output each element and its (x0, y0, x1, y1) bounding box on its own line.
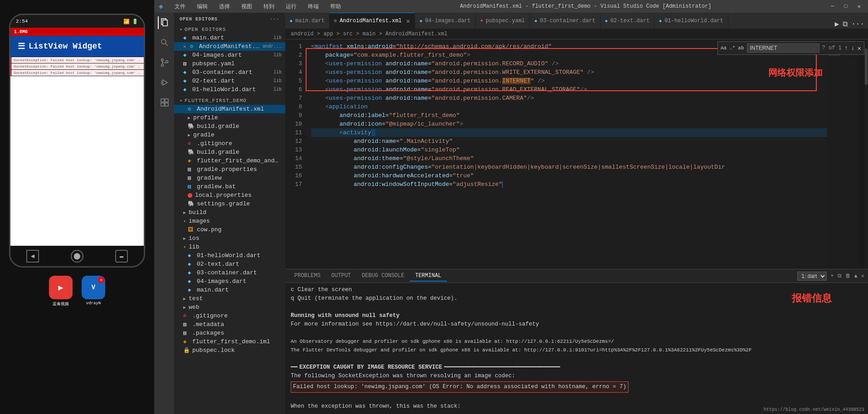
panel-tab-terminal[interactable]: TERMINAL (410, 271, 447, 282)
run-btn[interactable]: ▶ (835, 19, 839, 29)
file-name: gradle (193, 132, 215, 138)
open-editors-header[interactable]: ▾ OPEN EDITORS (174, 25, 285, 34)
close-icon[interactable]: ✕ (183, 44, 186, 49)
tab-01-hello[interactable]: ◆ 01-helloWorld.dart (654, 13, 728, 29)
menu-edit[interactable]: 编辑 (195, 2, 210, 11)
proj-pubspec-lock[interactable]: 🔒 pubspec.lock (174, 346, 285, 355)
code-line-8: <application (311, 102, 827, 111)
tab-close-icon[interactable]: ✕ (406, 17, 410, 25)
proj-gitignore2[interactable]: ⊘ .gitignore (174, 312, 285, 320)
proj-main-dart[interactable]: ◆ main.dart (174, 286, 285, 294)
app-1[interactable]: ▶ 蓝奏视频 (49, 276, 73, 307)
split-editor-btn[interactable]: ⧉ (843, 20, 848, 29)
proj-04-images[interactable]: ◆ 04-images.dart (174, 277, 285, 286)
menu-help[interactable]: 帮助 (328, 2, 343, 11)
proj-test[interactable]: ▶ test (174, 294, 285, 303)
panel-tab-problems[interactable]: PROBLEMS (289, 271, 326, 282)
proj-metadata[interactable]: ▤ .metadata (174, 320, 285, 329)
sidebar-more-icon[interactable]: ··· (269, 16, 280, 22)
file-badge: andr... (263, 44, 282, 49)
open-file-android-manifest[interactable]: ✕ ⚙ AndroidManifest.xml andr... (174, 42, 285, 51)
search-icon[interactable] (158, 36, 171, 49)
project-arrow: ▾ (180, 98, 183, 103)
proj-build-gradle[interactable]: 🐘 build.gradle (174, 122, 285, 131)
file-name: main.dart (197, 287, 229, 293)
proj-local-props[interactable]: local.properties (174, 191, 285, 200)
maximize-panel-btn[interactable]: ▲ (854, 273, 858, 279)
tab-main-dart[interactable]: ◆ main.dart (285, 13, 330, 29)
proj-profile[interactable]: ▶ profile (174, 113, 285, 122)
close-btn[interactable]: ✕ (855, 3, 863, 10)
open-file-01-hello[interactable]: ◆ 01-helloWorld.dart lib (174, 85, 285, 94)
tab-04-images[interactable]: ◆ 04-images.dart (415, 13, 476, 29)
proj-gradlew-bat[interactable]: ▤ gradlew.bat (174, 182, 285, 191)
file-name: pubspec.yaml (192, 60, 235, 67)
panel-tab-output[interactable]: OUTPUT (326, 271, 356, 282)
app-2[interactable]: V N vdrayN (82, 276, 105, 307)
minimize-btn[interactable]: — (828, 3, 837, 10)
folder-arrow: ▶ (188, 115, 190, 121)
proj-gradle[interactable]: ▶ gradle (174, 131, 285, 139)
project-section-header[interactable]: ▾ FLUTTER_FIRST_DEMO (174, 97, 285, 105)
debug-icon[interactable] (158, 76, 171, 89)
proj-web[interactable]: ▶ web (174, 303, 285, 312)
open-file-04-images[interactable]: ◆ 04-images.dart lib (174, 51, 285, 59)
file-name: ios (189, 235, 199, 242)
proj-flutter-iml[interactable]: ◈ flutter_first_demo.iml (174, 337, 285, 346)
menu-go[interactable]: 转到 (261, 2, 277, 11)
open-file-03-container[interactable]: ◆ 03-container.dart lib (174, 68, 285, 77)
open-file-pubspec[interactable]: ▤ pubspec.yaml (174, 59, 285, 68)
tab-03-container[interactable]: ◆ 03-container.dart (530, 13, 600, 29)
add-terminal-btn[interactable]: + (830, 273, 834, 279)
proj-settings-gradle[interactable]: 🐘 settings.gradle (174, 200, 285, 208)
proj-build[interactable]: ▶ build (174, 208, 285, 217)
svg-rect-1 (163, 20, 167, 26)
recent-btn[interactable]: ▬ (115, 250, 128, 263)
proj-01-hello[interactable]: ◆ 01-helloWorld.dart (174, 251, 285, 260)
back-btn[interactable]: ◀ (26, 250, 39, 263)
proj-ios[interactable]: ▶ ios (174, 234, 285, 243)
dart-icon: ◆ (188, 261, 194, 268)
delete-terminal-btn[interactable]: 🗑 (845, 273, 851, 279)
menu-file[interactable]: 文件 (172, 2, 188, 11)
find-input[interactable] (747, 44, 819, 53)
proj-build-gradle2[interactable]: 🐘 build.gradle (174, 148, 285, 156)
close-panel-btn[interactable]: ✕ (861, 273, 864, 279)
open-file-02-text[interactable]: ◆ 02-text.dart lib (174, 77, 285, 85)
proj-packages[interactable]: ▤ .packages (174, 329, 285, 337)
git-icon: ⊘ (188, 140, 194, 147)
tab-android-manifest[interactable]: ⚙ AndroidManifest.xml ✕ (330, 13, 415, 29)
extensions-icon[interactable] (158, 96, 171, 109)
proj-lib[interactable]: ▾ lib (174, 243, 285, 251)
code-line-3: <uses-permission android:name="android.p… (311, 59, 827, 68)
file-name: cow.png (197, 226, 222, 233)
proj-03-container[interactable]: ◆ 03-container.dart (174, 268, 285, 277)
proj-gradle-props[interactable]: ▤ gradle.properties (174, 165, 285, 174)
proj-gradlew[interactable]: ▤ gradlew (174, 174, 285, 182)
home-btn[interactable]: ⬤ (71, 250, 83, 263)
source-control-icon[interactable] (158, 56, 171, 69)
terminal-select[interactable]: 1: dart (797, 272, 827, 281)
open-file-main-dart[interactable]: ◆ main.dart lib (174, 34, 285, 42)
tab-02-text[interactable]: ◆ 02-text.dart (600, 13, 654, 29)
explorer-icon[interactable] (158, 16, 171, 29)
proj-cow-png[interactable]: 🖼 cow.png (174, 225, 285, 234)
scrollbar[interactable] (864, 39, 868, 269)
proj-iml[interactable]: ◈ flutter_first_demo_android.iml (174, 156, 285, 165)
menu-selection[interactable]: 选择 (217, 2, 232, 11)
menu-terminal[interactable]: 终端 (306, 2, 321, 11)
split-terminal-btn[interactable]: ⧉ (838, 273, 842, 279)
proj-android-manifest[interactable]: ⚙ AndroidManifest.xml (174, 105, 285, 113)
menu-view[interactable]: 视图 (239, 2, 254, 11)
tab-pubspec[interactable]: ● pubspec.yaml (476, 13, 530, 29)
proj-images[interactable]: ▾ images (174, 217, 285, 225)
proj-02-text[interactable]: ◆ 02-text.dart (174, 260, 285, 268)
xml-icon: ⚙ (190, 43, 196, 50)
more-actions-btn[interactable]: ··· (851, 20, 864, 28)
menu-run[interactable]: 运行 (283, 2, 299, 11)
maximize-btn[interactable]: □ (842, 3, 850, 10)
phone-body: 2:54 📶 🔋 1.8MG ☰ ListView Widget SocketE… (9, 14, 145, 268)
scrollbar-thumb[interactable] (865, 49, 868, 85)
proj-gitignore[interactable]: ⊘ .gitignore (174, 139, 285, 148)
panel-tab-debug[interactable]: DEBUG CONSOLE (356, 271, 410, 282)
